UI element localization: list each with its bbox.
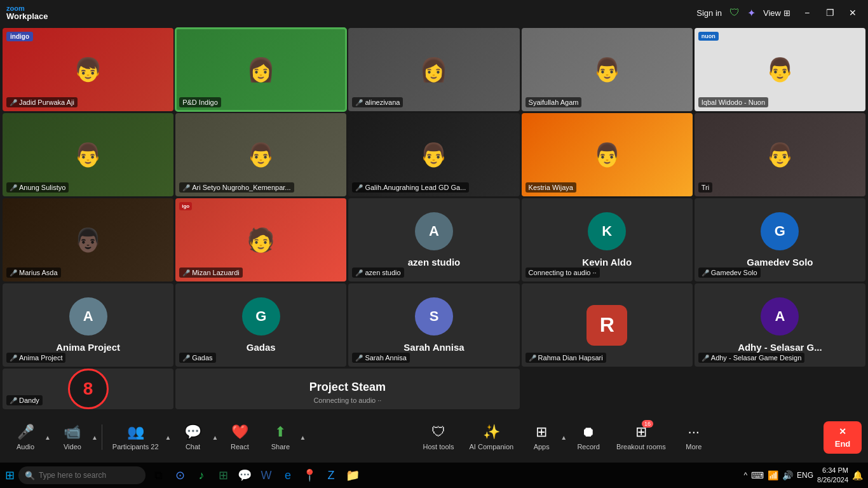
record-button[interactable]: ⏺ Record	[569, 419, 607, 456]
view-button[interactable]: View ⊞	[763, 8, 790, 18]
video-cell-syaif[interactable]: 👨 Syaifullah Agam	[522, 28, 693, 111]
jadid-name: Jadid Purwaka Aji	[19, 98, 74, 106]
minimize-button[interactable]: −	[798, 4, 816, 22]
start-button[interactable]: ⊞	[5, 468, 15, 482]
azen-avatar: A	[415, 212, 453, 250]
breakout-icon-wrapper: ⊞ 16	[635, 424, 647, 440]
participants-arrow[interactable]: ▲	[165, 434, 172, 441]
project-steam-status: Connecting to audio ··	[309, 396, 386, 404]
video-cell-anung[interactable]: 👨 🎤 Anung Sulistyo	[3, 113, 173, 196]
taskbar-right: ^ ⌨ 📶 🔊 ENG 6:34 PM 8/26/2024 🔔	[743, 466, 863, 485]
breakout-rooms-button[interactable]: ⊞ 16 Breakout rooms	[610, 419, 672, 456]
share-label: Share	[271, 443, 290, 451]
camera-icon: 📹	[64, 424, 81, 440]
video-cell-marius[interactable]: 👨🏿 🎤 Marius Asda	[3, 198, 173, 281]
azen-sub: azen studio	[365, 269, 400, 276]
speaker-icon: 🔊	[782, 470, 793, 480]
video-cell-pd[interactable]: 👩 P&D Indigo	[175, 28, 346, 111]
taskbar-app-maps[interactable]: 📍	[301, 466, 318, 484]
chat-button[interactable]: 💬 Chat	[174, 419, 212, 456]
sarah-sub: Sarah Annisa	[365, 354, 406, 362]
participants-button[interactable]: 👥 Participants 22	[106, 419, 165, 456]
video-cell-adhy[interactable]: A Adhy - Selasar G... 🎤 Adhy - Selasar G…	[695, 283, 865, 367]
end-label: End	[835, 439, 851, 449]
search-bar[interactable]: 🔍	[18, 466, 146, 484]
video-cell-gamedev[interactable]: G Gamedev Solo 🎤 Gamedev Solo	[695, 198, 865, 281]
share-arrow[interactable]: ▲	[299, 434, 306, 441]
video-cell-tri[interactable]: 👨 Tri	[695, 113, 865, 196]
video-cell-iqbal[interactable]: nuon 👨 Iqbal Widodo - Nuon	[695, 28, 865, 111]
chat-arrow[interactable]: ▲	[212, 434, 219, 441]
maximize-button[interactable]: ❐	[821, 4, 839, 22]
video-cell-mizan[interactable]: igo 🧑 🎤 Mizan Lazuardi	[175, 198, 346, 281]
host-tools-button[interactable]: 🛡 Host tools	[417, 419, 461, 456]
files-icon: 📁	[346, 468, 360, 482]
video-cell-project-steam[interactable]: Project Steam Connecting to audio ··	[175, 369, 519, 409]
kevin-avatar: K	[588, 212, 626, 250]
azen-center: A azen studio	[408, 212, 461, 268]
taskbar-app-files[interactable]: 📁	[344, 466, 362, 484]
video-cell-galih[interactable]: 👨 🎤 Galih.Anugrahing Lead GD Ga...	[348, 113, 519, 196]
video-cell-anima[interactable]: A Anima Project 🎤 Anima Project	[3, 283, 173, 367]
end-button[interactable]: ✕ End	[824, 421, 862, 454]
zoom-logo: zoom Workplace	[6, 5, 48, 20]
gadas-avatar: G	[242, 297, 280, 336]
more-group: ··· More	[675, 419, 713, 456]
video-button[interactable]: 📹 Video	[53, 419, 92, 456]
video-cell-ari[interactable]: 👨 🎤 Ari Setyo Nugroho_Kemenpar...	[175, 113, 346, 196]
adhy-nametag: 🎤 Adhy - Selasar Game Design	[698, 353, 804, 363]
ai-sparkle-icon: ✦	[747, 7, 756, 19]
video-cell-dandy[interactable]: 8 🎤 Dandy	[3, 369, 173, 409]
adhy-center: A Adhy - Selasar G...	[738, 297, 822, 353]
marius-name: Marius Asda	[19, 269, 58, 276]
video-cell-sarah[interactable]: S Sarah Annisa 🎤 Sarah Annisa	[348, 283, 519, 367]
line-icon: 💬	[238, 468, 252, 482]
taskbar-app-word[interactable]: W	[257, 466, 275, 484]
taskbar-app-spotify[interactable]: ♪	[193, 466, 210, 484]
video-cell-jadid[interactable]: indigo 👦 🎤 Jadid Purwaka Aji	[3, 28, 173, 111]
taskbar-app-line[interactable]: 💬	[236, 466, 254, 484]
notification-icon[interactable]: 🔔	[852, 470, 863, 480]
dandy-sub: Dandy	[19, 396, 39, 404]
taskbar-app-task-view[interactable]: ⧉	[149, 466, 167, 484]
excel-icon: ⊞	[219, 468, 228, 482]
sarah-avatar: S	[415, 297, 453, 336]
video-cell-kevin[interactable]: K Kevin Aldo Connecting to audio ··	[522, 198, 693, 281]
search-input[interactable]	[39, 471, 134, 480]
edge-icon: e	[285, 469, 291, 482]
chevron-up-icon[interactable]: ^	[743, 471, 747, 480]
apps-button[interactable]: ⊞ Apps	[522, 419, 560, 456]
video-grid: indigo 👦 🎤 Jadid Purwaka Aji 👩 P&D Indig…	[0, 25, 868, 412]
share-button[interactable]: ⬆ Share	[261, 419, 299, 456]
video-cell-kestria[interactable]: 👨 Kestria Wijaya	[522, 113, 693, 196]
react-button[interactable]: ❤️ React	[220, 419, 259, 456]
taskbar-app-chrome[interactable]: ⊙	[171, 466, 189, 484]
apps-arrow[interactable]: ▲	[560, 434, 567, 441]
react-label: React	[231, 443, 249, 451]
kestria-name: Kestria Wijaya	[529, 184, 573, 191]
video-label: Video	[64, 443, 81, 451]
audio-arrow[interactable]: ▲	[44, 434, 51, 441]
mic-off-icon11: 🎤	[182, 355, 190, 362]
ai-companion-button[interactable]: ✨ AI Companion	[463, 419, 520, 456]
video-cell-gadas[interactable]: G Gadas 🎤 Gadas	[175, 283, 346, 367]
more-label: More	[686, 443, 702, 451]
taskbar-app-excel[interactable]: ⊞	[214, 466, 232, 484]
gadas-display-name: Gadas	[242, 342, 280, 353]
host-tools-label: Host tools	[423, 443, 454, 451]
audio-button[interactable]: 🎤 Audio	[6, 419, 44, 456]
language-label: ENG	[797, 471, 813, 480]
taskbar-app-edge[interactable]: e	[279, 466, 297, 484]
taskbar-app-zoom[interactable]: Z	[322, 466, 340, 484]
video-cell-azen[interactable]: A azen studio 🎤 azen studio	[348, 198, 519, 281]
breakout-badge: 16	[642, 420, 653, 428]
video-cell-aline[interactable]: 👩 🎤 alinezivana	[348, 28, 519, 111]
tri-name: Tri	[702, 184, 709, 191]
sign-in-button[interactable]: Sign in	[696, 8, 722, 18]
close-button[interactable]: ✕	[844, 4, 862, 22]
video-cell-rahma[interactable]: R 🎤 Rahma Dian Hapsari	[522, 283, 693, 367]
dandy-avatar: 8	[68, 369, 109, 409]
kevin-display-name: Kevin Aldo	[582, 257, 632, 268]
video-arrow[interactable]: ▲	[92, 434, 98, 441]
more-button[interactable]: ··· More	[675, 419, 713, 456]
